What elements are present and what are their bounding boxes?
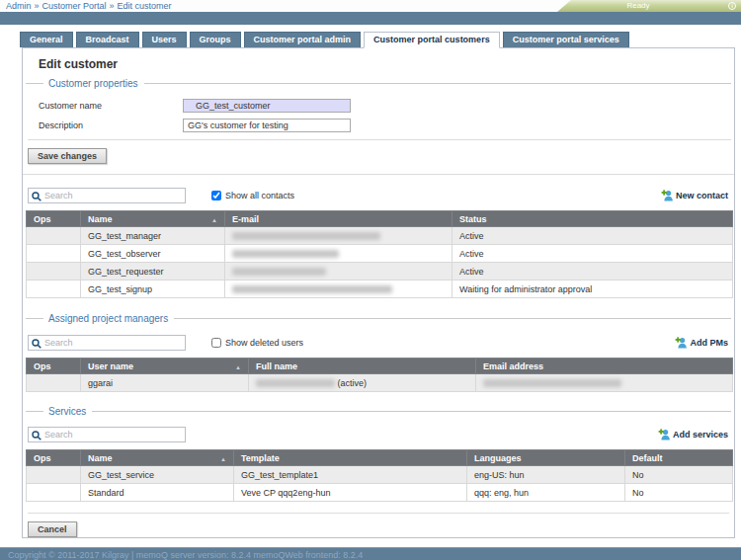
contact-email-cell <box>225 280 453 298</box>
contacts-col-status[interactable]: Status <box>453 211 733 227</box>
add-pms-icon <box>675 336 688 349</box>
contacts-col-email[interactable]: E-mail <box>225 211 453 227</box>
table-row[interactable]: ggarai (active) <box>27 374 733 392</box>
services-col-name[interactable]: Name▲ <box>81 450 234 466</box>
add-pms-button[interactable]: Add PMs <box>675 336 728 349</box>
tab-customer-portal-admin[interactable]: Customer portal admin <box>244 32 362 47</box>
services-col-languages[interactable]: Languages <box>467 450 625 466</box>
service-languages-cell: eng-US: hun <box>467 466 625 484</box>
search-icon <box>32 431 41 440</box>
table-row[interactable]: GG_test_service GG_test_template1 eng-US… <box>27 466 733 484</box>
pm-full-name-cell: (active) <box>249 374 476 392</box>
tab-customer-portal-customers[interactable]: Customer portal customers <box>364 32 500 48</box>
contacts-search-input[interactable] <box>44 190 183 201</box>
copyright-text: Copyright © 2011-2017 Kilgray | memoQ se… <box>8 550 363 560</box>
services-col-ops[interactable]: Ops <box>27 450 81 466</box>
project-managers-table: Ops User name▲ Full name Email address g… <box>26 358 733 392</box>
customer-name-row: Customer name <box>39 98 731 114</box>
status-text: Ready <box>557 1 719 10</box>
contacts-table: Ops Name▲ E-mail Status GG_test_manager … <box>26 210 733 298</box>
project-managers-legend-label: Assigned project managers <box>48 313 168 324</box>
services-search-input[interactable] <box>44 429 183 440</box>
show-all-contacts-option: Show all contacts <box>211 191 294 200</box>
breadcrumb-edit-customer[interactable]: Edit customer <box>118 1 172 11</box>
services-col-default[interactable]: Default <box>625 450 733 466</box>
status-bar: Ready i <box>557 0 741 12</box>
pm-col-full-name[interactable]: Full name <box>249 359 476 374</box>
add-services-button[interactable]: Add services <box>658 428 728 440</box>
redacted-email <box>232 250 339 258</box>
cancel-button[interactable]: Cancel <box>28 521 77 537</box>
save-changes-button[interactable]: Save changes <box>28 148 107 164</box>
ops-cell <box>27 263 81 280</box>
pm-col-user-name[interactable]: User name▲ <box>81 359 249 374</box>
services-col-template[interactable]: Template <box>234 450 467 466</box>
table-row[interactable]: Standard Veve CP qqq2eng-hun qqq: eng, h… <box>27 484 733 502</box>
tab-customer-portal-services[interactable]: Customer portal services <box>503 32 629 47</box>
customer-name-label: Customer name <box>39 101 183 111</box>
info-icon[interactable]: i <box>728 2 736 10</box>
pm-toolbar: Show deleted users Add PMs <box>28 334 728 351</box>
pm-email-cell <box>476 374 733 392</box>
tab-broadcast[interactable]: Broadcast <box>76 32 139 47</box>
project-managers-legend: Assigned project managers <box>26 312 731 324</box>
breadcrumb-customer-portal[interactable]: Customer Portal <box>42 1 107 11</box>
show-all-contacts-label: Show all contacts <box>225 191 294 200</box>
new-contact-button[interactable]: New contact <box>661 189 728 201</box>
services-table-header: Ops Name▲ Template Languages Default <box>27 450 733 466</box>
contact-status-cell: Waiting for administrator approval <box>453 280 733 298</box>
footer: Copyright © 2011-2017 Kilgray | memoQ se… <box>0 547 741 560</box>
table-row[interactable]: GG_test_observer Active <box>27 245 733 263</box>
pm-active-note: (active) <box>338 378 368 388</box>
ops-cell <box>27 374 81 392</box>
tab-users[interactable]: Users <box>142 32 187 47</box>
footer-gap <box>0 538 741 547</box>
pm-search-box <box>28 335 186 351</box>
breadcrumb-separator: » <box>110 1 115 11</box>
pm-user-name-cell: ggarai <box>81 374 249 392</box>
legend-line <box>26 318 43 319</box>
divider <box>28 513 729 514</box>
tab-general[interactable]: General <box>20 32 73 47</box>
legend-line <box>26 411 43 412</box>
divider <box>23 174 734 175</box>
top-bar: Admin»Customer Portal»Edit customer Read… <box>0 0 741 12</box>
customer-properties-legend-label: Customer properties <box>48 78 138 89</box>
contact-status-cell: Active <box>453 245 733 263</box>
service-default-cell: No <box>625 466 733 484</box>
legend-line <box>92 411 731 412</box>
contacts-table-header: Ops Name▲ E-mail Status <box>27 211 733 227</box>
show-all-contacts-checkbox[interactable] <box>211 191 221 200</box>
new-contact-label: New contact <box>676 191 728 200</box>
description-field[interactable] <box>183 119 351 132</box>
ops-cell <box>27 227 81 245</box>
breadcrumb-admin[interactable]: Admin <box>6 1 32 11</box>
breadcrumb: Admin»Customer Portal»Edit customer <box>6 1 172 11</box>
pm-col-email[interactable]: Email address <box>476 359 733 374</box>
show-deleted-users-checkbox[interactable] <box>211 338 221 348</box>
ops-cell <box>27 466 81 484</box>
legend-line <box>144 83 731 84</box>
services-toolbar: Add services <box>28 426 728 442</box>
pm-search-input[interactable] <box>44 337 183 349</box>
table-row[interactable]: GG_test_requester Active <box>27 263 733 280</box>
show-deleted-users-option: Show deleted users <box>211 338 303 348</box>
contact-name-cell: GG_test_requester <box>81 263 225 280</box>
customer-name-field[interactable] <box>183 99 351 113</box>
description-label: Description <box>39 120 183 130</box>
new-contact-icon <box>661 189 674 201</box>
services-legend-label: Services <box>48 406 86 417</box>
pm-col-ops[interactable]: Ops <box>27 359 81 374</box>
contacts-col-ops[interactable]: Ops <box>27 211 81 227</box>
table-row[interactable]: GG_test_manager Active <box>27 227 733 245</box>
table-row[interactable]: GG_test_signup Waiting for administrator… <box>27 280 733 298</box>
sort-asc-icon: ▲ <box>211 217 217 223</box>
redacted-email <box>232 232 380 240</box>
service-languages-cell: qqq: eng, hun <box>467 484 625 502</box>
contact-name-cell: GG_test_observer <box>81 245 225 263</box>
contacts-col-name[interactable]: Name▲ <box>81 211 225 227</box>
tab-groups[interactable]: Groups <box>190 32 241 47</box>
pm-table-header: Ops User name▲ Full name Email address <box>27 359 733 374</box>
services-legend: Services <box>26 405 731 417</box>
ops-cell <box>27 484 81 502</box>
